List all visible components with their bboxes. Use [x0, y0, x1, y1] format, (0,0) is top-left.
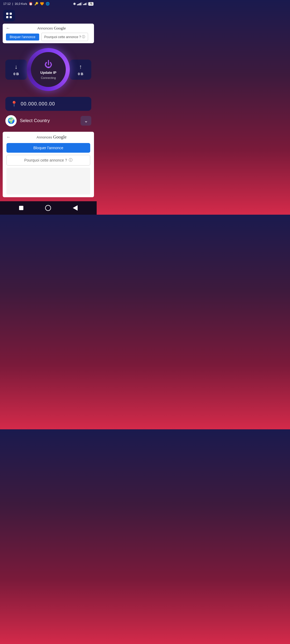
- bottom-nav: [0, 201, 97, 215]
- ad-top-buttons: Bloquer l'annonce Pourquoi cette annonce…: [6, 33, 91, 41]
- vpn-circle-inner: ⏻ Update IP Connecting: [31, 52, 66, 87]
- power-icon: ⏻: [44, 60, 52, 69]
- vpn-circle-container[interactable]: ⏻ Update IP Connecting: [27, 48, 70, 91]
- home-button[interactable]: [45, 205, 51, 211]
- block-ad-bottom-button[interactable]: Bloquer l'annonce: [6, 143, 90, 153]
- top-nav: [0, 8, 97, 24]
- ad-banner-bottom: ← Annonces Google Bloquer l'annonce Pour…: [3, 132, 94, 197]
- country-dropdown-button[interactable]: ⌄: [81, 116, 91, 126]
- bluetooth-icon: ✱: [73, 2, 76, 6]
- ad-banner-bottom-header: ← Annonces Google: [6, 134, 90, 140]
- country-selector-label: Select Country: [20, 118, 77, 123]
- upload-stat-box: ↑ 0 B: [70, 60, 91, 80]
- status-right: ✱ 75: [73, 2, 93, 6]
- back-button[interactable]: [73, 205, 78, 211]
- chrome-icon: 🌐: [46, 2, 50, 6]
- vpn-status-label: Connecting: [41, 76, 56, 79]
- country-selector-row[interactable]: 🌍 Select Country ⌄: [5, 113, 91, 129]
- recent-apps-icon: [19, 206, 23, 210]
- back-icon: [73, 205, 78, 211]
- time-display: 17:12: [3, 2, 11, 5]
- ad-top-title: Annonces Google: [12, 26, 91, 31]
- heart-icon: 🧡: [40, 2, 44, 6]
- ad-top-back-arrow[interactable]: ←: [6, 26, 10, 31]
- block-ad-top-button[interactable]: Bloquer l'annonce: [6, 34, 39, 41]
- why-ad-bottom-button[interactable]: Pourquoi cette annonce ? ⓘ: [6, 155, 90, 166]
- chevron-down-icon: ⌄: [84, 118, 88, 124]
- globe-emoji: 🌍: [8, 117, 15, 124]
- signal-bars-1: [77, 2, 82, 5]
- battery-display: 75: [88, 2, 93, 6]
- signal-bars-2: [83, 2, 87, 5]
- download-arrow-icon: ↓: [15, 63, 18, 70]
- home-icon: [45, 205, 51, 211]
- download-stat-box: ↓ 0 B: [5, 60, 27, 80]
- location-pin-icon: 📍: [11, 101, 17, 107]
- ad-banner-top-header: ← Annonces Google: [6, 26, 91, 31]
- upload-value: 0 B: [78, 72, 83, 76]
- grid-menu-button[interactable]: [3, 10, 15, 21]
- ad-bottom-back-arrow[interactable]: ←: [6, 135, 11, 140]
- recent-apps-button[interactable]: [19, 206, 23, 210]
- status-bar: 17:12 | 16,0 Ko/s ⏰ 🔑 🧡 🌐 ✱ 75: [0, 0, 97, 8]
- vpn-circle-outer: ⏻ Update IP Connecting: [27, 48, 70, 91]
- status-left: 17:12 | 16,0 Ko/s ⏰ 🔑 🧡 🌐: [3, 2, 50, 6]
- upload-arrow-icon: ↑: [79, 63, 82, 70]
- ip-address-display: 00.000.000.00: [21, 101, 55, 107]
- download-value: 0 B: [13, 72, 19, 76]
- grid-icon: [6, 13, 12, 19]
- separator: |: [12, 2, 13, 5]
- speed-display: 16,0 Ko/s: [15, 2, 27, 5]
- globe-icon: 🌍: [5, 115, 17, 126]
- info-icon-bottom: ⓘ: [69, 158, 73, 163]
- ad-content-area: [6, 168, 90, 195]
- ad-banner-top: ← Annonces Google Bloquer l'annonce Pour…: [3, 24, 94, 43]
- ad-bottom-title: Annonces Google: [13, 134, 90, 140]
- ip-address-bar[interactable]: 📍 00.000.000.00: [5, 97, 91, 111]
- why-ad-top-button[interactable]: Pourquoi cette annonce ? ⓘ: [41, 33, 88, 41]
- key-icon: 🔑: [34, 2, 38, 6]
- info-icon-top: ⓘ: [82, 35, 85, 39]
- vpn-update-label: Update IP: [40, 71, 56, 75]
- vpn-stats-section: ↓ 0 B ⏻ Update IP Connecting ↑ 0 B: [0, 45, 97, 94]
- alarm-icon: ⏰: [29, 2, 33, 6]
